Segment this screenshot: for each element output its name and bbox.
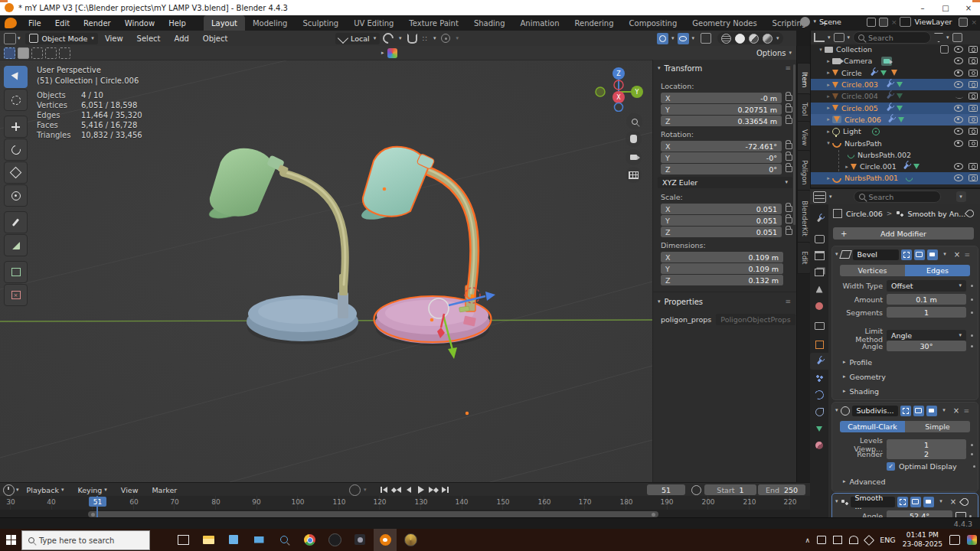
render-visibility-icon[interactable] [969,163,978,170]
tab-material[interactable] [810,437,828,454]
select-mode-invert-icon[interactable] [45,47,57,59]
render-visibility-icon[interactable] [969,105,978,112]
asset-bar-expand-icon[interactable]: ▸ [381,51,384,56]
tab-tool[interactable] [810,210,828,227]
workspace-tab-texturepaint[interactable]: Texture Paint [401,15,466,31]
smooth-pin-icon[interactable] [959,496,969,507]
outliner-row-circle004[interactable]: ▸ Circle.004 [811,90,980,102]
render-visibility-icon[interactable] [969,116,978,123]
render-display-toggle[interactable] [926,406,937,416]
outliner-row-circle[interactable]: ▸ Circle [811,67,980,79]
overlays-chevron-icon[interactable]: ▾ [692,36,695,41]
search-app-icon[interactable] [277,533,291,546]
outliner-mode-chevron-icon[interactable]: ▾ [828,35,831,41]
blender-taskbar-icon[interactable] [378,533,392,546]
menu-render[interactable]: Render [77,15,118,31]
vp-menu-object[interactable]: Object [196,31,235,46]
shading-material-icon[interactable] [749,34,759,44]
render-visibility-icon[interactable] [969,70,978,77]
location-y-field[interactable]: Y0.20751 m [661,104,782,115]
subdiv-extras-chevron-icon[interactable]: ▾ [939,406,949,416]
menu-window[interactable]: Window [118,15,162,31]
eye-icon[interactable] [954,70,963,77]
tool-scale[interactable] [4,161,28,184]
outliner-row-camera[interactable]: ▸ Camera [811,55,980,67]
scale-y-field[interactable]: Y0.051 [661,215,782,226]
npanel-scrollbar[interactable] [793,64,795,225]
properties-editor-chevron-icon[interactable]: ▾ [829,194,832,200]
tray-clock[interactable]: 01:41 PM 23-08-2025 [903,531,942,549]
subdiv-advanced-section[interactable]: ▸Advanced [843,478,885,486]
start-button[interactable] [4,533,18,546]
taskbar-search-input[interactable]: Type here to search [21,530,150,550]
ms-store-icon[interactable] [227,533,240,546]
outliner-search-input[interactable]: Search [853,31,931,44]
tool-cursor[interactable] [4,89,28,111]
render-visibility-icon[interactable] [969,140,978,147]
snap-magnet-icon[interactable] [407,34,417,44]
workspace-tab-geometrynodes[interactable]: Geometry Nodes [684,15,764,31]
browser2-icon[interactable] [403,533,417,546]
lock-icon[interactable] [786,206,792,212]
shading-rendered-icon[interactable] [763,34,773,44]
viewport-zoom-icon[interactable] [626,113,642,129]
next-keyframe-button[interactable] [427,484,439,495]
rotation-x-field[interactable]: X-72.461° [661,141,782,152]
tab-viewlayer[interactable] [810,264,828,281]
eye-icon[interactable] [954,128,963,135]
select-mode-intersect-icon[interactable] [59,47,70,59]
pivot-point-icon[interactable] [381,31,396,46]
workspace-tab-compositing[interactable]: Compositing [622,15,685,31]
file-explorer-icon[interactable] [201,533,215,546]
tool-transform[interactable] [4,184,28,207]
properties-drag-icon[interactable]: ≡ [785,298,791,305]
eye-icon[interactable] [954,174,963,181]
bevel-geometry-section[interactable]: ▸Geometry [843,373,886,381]
transform-panel-title[interactable]: Transform [665,64,703,73]
marker-menu[interactable]: Marker [145,486,183,494]
mode-dropdown[interactable]: Object Mode ▾ [25,33,98,44]
editor-type-icon[interactable] [4,33,16,44]
poliigon-addon-icon[interactable] [387,48,397,58]
properties-collapse-icon[interactable]: ▾ [658,299,661,305]
outliner-filter-obj-icon[interactable] [834,33,844,42]
options-dropdown[interactable]: Options ▾ [756,49,792,57]
realtime-display-toggle[interactable] [914,249,925,260]
outliner-row-circle005[interactable]: ▸ Circle.005 [811,103,980,114]
outliner-row-nurbspath001[interactable]: ▸ NurbsPath.001 [811,172,980,184]
outliner-row-circle001[interactable]: ▸ Circle.001 [811,161,980,172]
breadcrumb-modifier[interactable]: Smooth by An... [907,210,965,218]
tab-object[interactable] [810,336,828,353]
play-reverse-button[interactable] [403,484,414,495]
obs-icon[interactable] [328,533,341,546]
minimize-button[interactable]: – [911,0,934,15]
tray-language[interactable]: ENG [880,536,895,544]
render-visibility-icon[interactable] [969,81,978,88]
eye-icon[interactable] [954,163,963,170]
transform-collapse-icon[interactable]: ▾ [658,66,661,71]
rotation-y-field[interactable]: Y-0° [661,152,782,163]
vp-menu-add[interactable]: Add [167,31,195,46]
catmull-clark-button[interactable]: Catmull-Clark [840,421,905,432]
tool-bisect[interactable]: × [4,284,28,306]
realtime-display-toggle[interactable] [913,406,924,416]
timeline-editor-icon[interactable] [3,484,15,496]
viewport-ortho-icon[interactable] [626,167,642,183]
scene-selector[interactable]: Scene [819,18,864,26]
smooth-extras-chevron-icon[interactable]: ▾ [936,497,946,507]
outliner-row-nurbspath[interactable]: ▾ NurbsPath [811,137,980,148]
eye-closed-icon[interactable] [956,94,963,99]
outliner-filter-icon[interactable] [934,33,943,42]
snap-chevron-icon[interactable]: ▾ [433,36,436,41]
edit-mode-display-toggle[interactable] [897,497,908,507]
show-overlays-toggle[interactable] [678,33,689,44]
chrome-icon[interactable] [302,533,316,546]
scale-z-field[interactable]: Z0.051 [661,227,782,237]
workspace-tab-shading[interactable]: Shading [466,15,513,31]
tray-network-icon[interactable] [833,536,842,544]
smooth-name-field[interactable]: Smooth ... [851,497,895,507]
tab-particles[interactable] [810,370,828,386]
select-mode-extend-icon[interactable] [18,47,29,59]
subdiv-delete-icon[interactable]: × [952,406,962,416]
notification-center-icon[interactable] [949,535,960,545]
